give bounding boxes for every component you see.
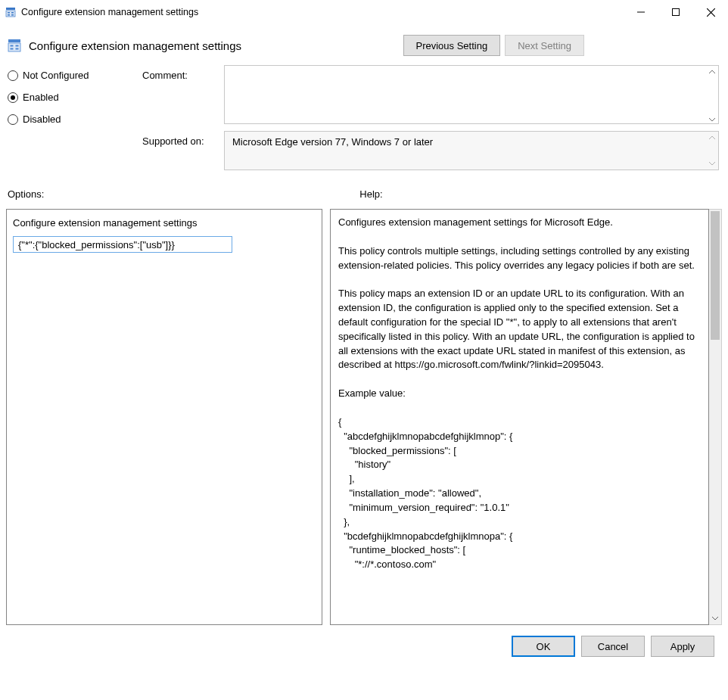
chevron-down-icon [709, 611, 721, 624]
svg-rect-9 [8, 43, 20, 51]
cancel-button[interactable]: Cancel [581, 636, 645, 657]
previous-setting-button[interactable]: Previous Setting [403, 35, 501, 56]
help-section-label: Help: [359, 188, 711, 200]
svg-rect-12 [11, 48, 14, 50]
state-not-configured-radio[interactable]: Not Configured [8, 70, 136, 81]
options-field-label: Configure extension management settings [13, 217, 316, 229]
help-scrollbar[interactable] [709, 209, 722, 625]
radio-icon [8, 70, 18, 81]
maximize-button[interactable] [658, 0, 693, 24]
svg-rect-4 [11, 12, 14, 14]
state-enabled-radio[interactable]: Enabled [8, 92, 136, 103]
svg-rect-3 [8, 12, 10, 14]
svg-rect-1 [6, 8, 15, 10]
supported-on-label: Supported on: [142, 131, 218, 170]
svg-rect-5 [8, 14, 10, 16]
window-title: Configure extension management settings [21, 7, 198, 17]
ok-button[interactable]: OK [512, 636, 575, 657]
svg-rect-2 [6, 11, 15, 17]
options-section-label: Options: [8, 188, 359, 200]
app-icon [5, 6, 17, 18]
extension-settings-input[interactable] [13, 236, 232, 253]
svg-rect-8 [8, 39, 20, 42]
svg-rect-6 [11, 14, 14, 16]
svg-rect-11 [16, 45, 19, 47]
radio-label: Disabled [23, 114, 61, 125]
svg-rect-7 [673, 9, 680, 16]
comment-field[interactable] [224, 65, 719, 124]
radio-label: Not Configured [23, 70, 89, 81]
scrollbar-thumb[interactable] [711, 211, 720, 340]
window-titlebar: Configure extension management settings [0, 0, 728, 24]
settings-icon [8, 39, 21, 52]
options-pane: Configure extension management settings [6, 209, 322, 625]
comment-label: Comment: [142, 65, 218, 126]
radio-label: Enabled [23, 92, 59, 103]
supported-on-field: Microsoft Edge version 77, Windows 7 or … [224, 131, 719, 170]
close-button[interactable] [693, 0, 728, 24]
svg-rect-10 [11, 45, 14, 47]
help-text: Configures extension management settings… [330, 209, 709, 625]
svg-rect-13 [16, 48, 19, 50]
radio-icon [8, 114, 18, 125]
apply-button[interactable]: Apply [651, 636, 714, 657]
state-disabled-radio[interactable]: Disabled [8, 114, 136, 125]
radio-icon [8, 92, 18, 103]
next-setting-button: Next Setting [505, 35, 584, 56]
minimize-button[interactable] [624, 0, 658, 24]
page-title: Configure extension management settings [27, 39, 241, 52]
